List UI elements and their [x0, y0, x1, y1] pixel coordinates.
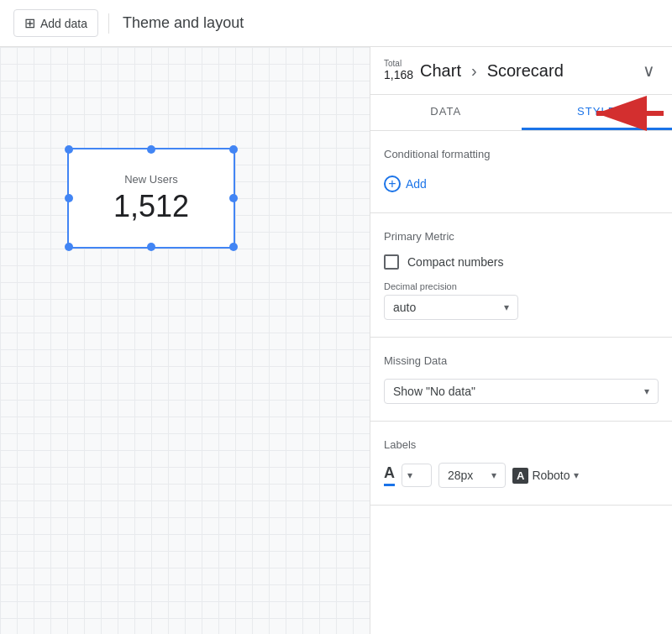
panel-total-value: 1,168	[384, 68, 413, 81]
decimal-precision-label: Decimal precision	[384, 281, 659, 291]
add-data-icon: ⊞	[24, 15, 35, 31]
panel-collapse-button[interactable]: ∨	[639, 57, 659, 84]
add-conditional-format-button[interactable]: + Add	[384, 172, 427, 196]
labels-title: Labels	[384, 438, 659, 451]
handle-bottom-right[interactable]	[229, 243, 238, 251]
missing-data-dropdown[interactable]: Show "No data" ▾	[384, 379, 659, 404]
panel-title: Chart	[420, 61, 461, 81]
handle-top-center[interactable]	[147, 145, 155, 154]
add-data-button[interactable]: ⊞ Add data	[13, 9, 98, 37]
toolbar: ⊞ Add data Theme and layout	[0, 0, 672, 47]
tab-data[interactable]: DATA	[370, 95, 522, 130]
font-family-selector[interactable]: A Roboto ▾	[512, 468, 579, 484]
handle-top-left[interactable]	[65, 145, 73, 154]
compact-numbers-label: Compact numbers	[407, 255, 503, 269]
panel-title-subtitle: Scorecard	[487, 61, 564, 81]
main-layout: New Users 1,512 Total 1,168 Chart › Scor…	[0, 47, 672, 634]
font-underline-A-icon: A	[384, 464, 395, 486]
handle-top-right[interactable]	[229, 145, 238, 154]
widget-value: 1,512	[113, 189, 189, 224]
add-data-label: Add data	[40, 17, 87, 30]
panel-header-left: Total 1,168 Chart › Scorecard	[384, 60, 564, 81]
font-family-arrow-icon: ▾	[574, 469, 579, 481]
missing-data-section: Missing Data Show "No data" ▾	[370, 338, 672, 422]
missing-data-arrow-icon: ▾	[644, 385, 649, 397]
tab-style[interactable]: STYLE	[522, 95, 673, 130]
panel-total: Total 1,168	[384, 60, 413, 81]
conditional-formatting-section: Conditional formatting + Add	[370, 131, 672, 213]
right-panel: Total 1,168 Chart › Scorecard ∨ DATA STY…	[370, 47, 672, 634]
panel-tabs: DATA STYLE	[370, 95, 672, 131]
compact-numbers-row: Compact numbers	[384, 254, 659, 270]
conditional-formatting-title: Conditional formatting	[384, 148, 659, 160]
font-style-button[interactable]: A	[384, 464, 395, 486]
decimal-precision-group: Decimal precision auto ▾	[384, 281, 659, 320]
handle-middle-left[interactable]	[65, 194, 73, 202]
widget-label: New Users	[124, 173, 178, 186]
font-family-value: Roboto	[532, 469, 570, 482]
labels-controls-row: A ▾ 28px ▾ A Roboto ▾	[384, 463, 659, 488]
handle-bottom-left[interactable]	[65, 243, 73, 251]
primary-metric-section: Primary Metric Compact numbers Decimal p…	[370, 213, 672, 338]
scorecard-widget[interactable]: New Users 1,512	[67, 148, 235, 249]
add-label: Add	[406, 177, 427, 191]
decimal-precision-dropdown[interactable]: auto ▾	[384, 295, 518, 320]
canvas-area[interactable]: New Users 1,512	[0, 47, 370, 634]
toolbar-divider	[108, 13, 109, 34]
font-size-dropdown[interactable]: 28px ▾	[438, 463, 506, 488]
font-style-arrow-icon: ▾	[407, 469, 412, 481]
dropdown-arrow-icon: ▾	[504, 301, 509, 313]
collapse-icon: ∨	[643, 61, 655, 80]
panel-title-separator: ›	[471, 61, 477, 81]
panel-header: Total 1,168 Chart › Scorecard ∨	[370, 47, 672, 95]
canvas-grid	[0, 47, 370, 634]
decimal-precision-value: auto	[393, 301, 416, 314]
handle-middle-right[interactable]	[229, 194, 238, 202]
panel-total-label: Total	[384, 60, 402, 68]
font-family-icon: A	[512, 468, 528, 484]
theme-layout-label: Theme and layout	[123, 14, 244, 32]
add-circle-icon: +	[384, 176, 401, 192]
missing-data-value: Show "No data"	[393, 385, 475, 398]
primary-metric-title: Primary Metric	[384, 230, 659, 243]
font-style-dropdown[interactable]: ▾	[402, 464, 432, 487]
handle-bottom-center[interactable]	[147, 243, 155, 251]
tabs-container: DATA STYLE	[370, 95, 672, 131]
font-size-value: 28px	[448, 469, 473, 482]
missing-data-title: Missing Data	[384, 354, 659, 367]
compact-numbers-checkbox[interactable]	[384, 254, 399, 270]
labels-section: Labels A ▾ 28px ▾ A Roboto	[370, 422, 672, 506]
font-size-arrow-icon: ▾	[491, 469, 496, 481]
